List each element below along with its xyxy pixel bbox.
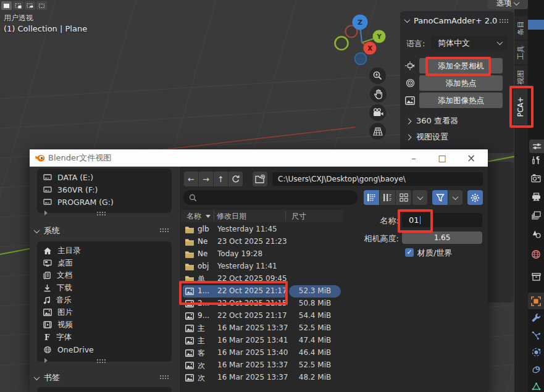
data-icon[interactable]: [531, 382, 541, 391]
sidebar-item[interactable]: DATA (E:): [37, 171, 172, 183]
hotspot-icon[interactable]: [403, 78, 417, 88]
sidebar-item[interactable]: 下载: [37, 281, 172, 294]
image-hotspot-icon[interactable]: [403, 96, 417, 105]
panel-header[interactable]: PanoCamAdder+ 2.0: [405, 16, 497, 25]
tab-条目[interactable]: 条目: [514, 16, 527, 40]
view-horizontal-list-button[interactable]: [380, 190, 395, 205]
resize-grip[interactable]: [159, 228, 169, 232]
close-button[interactable]: ×: [462, 149, 480, 167]
language-select[interactable]: 简体中文: [431, 36, 508, 50]
collapsed-section-header[interactable]: 视图设置: [406, 129, 458, 145]
particles-icon[interactable]: [531, 330, 541, 340]
render-icon[interactable]: [531, 173, 541, 183]
select-mode-new-button[interactable]: [1, 1, 12, 10]
sidebar-item[interactable]: 主目录: [37, 244, 172, 257]
file-row[interactable]: 次16 Mar 2025 13:3752.5 MiB: [183, 359, 342, 372]
world-icon[interactable]: [531, 249, 541, 259]
select-mode-extend-button[interactable]: [13, 1, 23, 10]
new-folder-button[interactable]: [253, 172, 267, 186]
camera-view-icon[interactable]: [369, 104, 386, 121]
file-row[interactable]: 9...22 Oct 2025 21:1754.4 MiB: [183, 310, 342, 322]
output-icon[interactable]: [531, 192, 541, 202]
panel-button[interactable]: 添加图像热点: [419, 93, 503, 108]
resize-grip[interactable]: [159, 375, 169, 379]
display-settings-dropdown[interactable]: [412, 190, 427, 205]
resize-grip[interactable]: [96, 211, 106, 215]
scene-icon[interactable]: [531, 229, 541, 239]
sidebar-item[interactable]: PROGRAM (G:): [37, 196, 172, 208]
file-row[interactable]: 1...22 Oct 2025 21:1752.3 MiB: [183, 285, 342, 298]
file-row[interactable]: 主16 Mar 2025 13:3752.5 MiB: [183, 322, 342, 335]
grid-ortho-icon[interactable]: [369, 123, 386, 140]
sidebar-item[interactable]: 视频: [37, 319, 172, 331]
sidebar-item[interactable]: 桌面: [37, 257, 172, 269]
expander-icon[interactable]: [44, 211, 48, 215]
panel-button[interactable]: 添加热点: [419, 75, 503, 91]
tab-视图[interactable]: 视图: [514, 65, 527, 89]
window-titlebar[interactable]: Blender文件视图 – □ ×: [30, 149, 488, 167]
modifier-icon[interactable]: [531, 313, 541, 323]
expander-icon[interactable]: [44, 358, 48, 363]
file-row[interactable]: 单22 Oct 2025 09:45: [183, 273, 342, 285]
view-thumbnails-button[interactable]: [396, 190, 411, 205]
column-date[interactable]: 修改日期: [217, 211, 246, 222]
sidebar-item[interactable]: 音乐: [37, 294, 172, 306]
sidebar-item[interactable]: OneDrive: [37, 343, 172, 356]
options-button[interactable]: 选项: [487, 0, 528, 9]
sidebar-item[interactable]: F 字体: [37, 331, 172, 343]
filter-options-dropdown[interactable]: [448, 190, 462, 205]
panel-grip[interactable]: [499, 19, 508, 23]
zoom-icon[interactable]: [369, 67, 386, 84]
minimize-button[interactable]: –: [404, 149, 423, 167]
maximize-button[interactable]: □: [433, 149, 451, 167]
editor-type-button[interactable]: [529, 140, 544, 153]
physics-icon[interactable]: [531, 347, 541, 357]
constraint-icon[interactable]: [531, 364, 541, 374]
select-mode-subtract-button[interactable]: [25, 1, 35, 10]
refresh-icon[interactable]: [228, 172, 243, 186]
resize-grip[interactable]: [96, 359, 106, 363]
back-button[interactable]: ←: [184, 172, 198, 186]
filename-input[interactable]: 01: [402, 213, 482, 227]
file-row[interactable]: 客16 Mar 2025 13:4046.4 MiB: [183, 347, 342, 359]
select-mode-intersect-button[interactable]: [36, 1, 47, 10]
file-row[interactable]: glbYesterday 11:45: [183, 223, 342, 236]
file-browser-body: DATA (E:) 360VR (F:) PROGRAM (G:) 系统 主目录…: [30, 167, 488, 392]
file-size: 48.2 MiB: [290, 373, 340, 382]
file-row[interactable]: Ne23 Oct 2025 21:23: [183, 236, 342, 248]
filter-funnel-button[interactable]: [432, 190, 448, 205]
column-name[interactable]: 名称: [186, 211, 201, 222]
collapsed-section-header[interactable]: 360 查看器: [406, 113, 458, 129]
gear-icon[interactable]: [467, 190, 483, 205]
file-row[interactable]: 2...22 Oct 2025 21:1550.8 MiB: [183, 298, 342, 310]
add-camera-icon[interactable]: [403, 61, 417, 70]
orientation-gizmo[interactable]: Z Y X: [333, 11, 389, 68]
tool-icon[interactable]: [531, 155, 541, 165]
view-vertical-list-button[interactable]: [364, 190, 379, 205]
file-row[interactable]: 主16 Mar 2025 13:4147.4 MiB: [183, 335, 342, 347]
column-size[interactable]: 尺寸: [291, 211, 306, 222]
file-row[interactable]: NeToday 19:28: [183, 248, 342, 261]
tab-工具[interactable]: 工具: [514, 41, 527, 64]
material-world-checkbox[interactable]: [405, 248, 414, 257]
file-list-header[interactable]: 名称 修改日期 尺寸: [182, 210, 343, 222]
up-button[interactable]: ↑: [214, 172, 228, 186]
bookmarks-section-header[interactable]: 书签: [35, 372, 60, 383]
pan-hand-icon[interactable]: [370, 86, 387, 102]
tab-PCA+[interactable]: PCA+: [514, 89, 527, 125]
forward-button[interactable]: →: [199, 172, 213, 186]
file-row[interactable]: objYesterday 11:41: [183, 261, 342, 273]
path-field[interactable]: C:\Users\CXJ\Desktop\gong\baoye\: [272, 172, 483, 186]
collection-icon[interactable]: [531, 272, 541, 281]
file-row[interactable]: 次16 Mar 2025 13:3748.2 MiB: [183, 372, 342, 384]
panel-button[interactable]: 添加全景相机: [419, 58, 503, 73]
system-section-header[interactable]: 系统: [35, 225, 60, 236]
blender-app: 用户透视 (1) Collection | Plane 选项 Z Y X Pan…: [0, 0, 544, 392]
object-icon[interactable]: [531, 296, 541, 306]
viewlayer-icon[interactable]: [531, 211, 541, 220]
camera-height-field[interactable]: 1.65: [402, 231, 482, 244]
sidebar-item[interactable]: 360VR (F:): [37, 183, 172, 196]
sidebar-item[interactable]: 图片: [37, 306, 172, 319]
sidebar-item[interactable]: 文档: [37, 269, 172, 281]
search-input[interactable]: [183, 190, 358, 205]
